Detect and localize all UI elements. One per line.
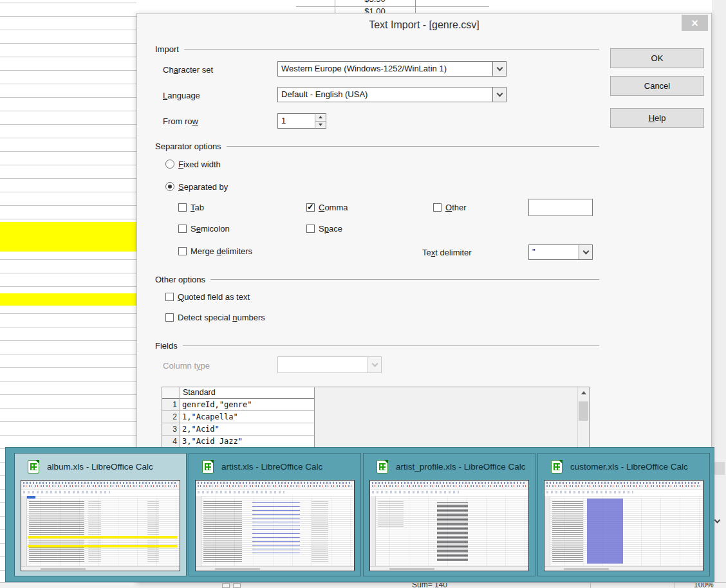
mini-hscrollbar: [370, 566, 528, 571]
status-sum: Sum= 140: [412, 582, 447, 588]
mini-toolbar: [370, 481, 528, 490]
preview-row: 43,"Acid Jazz": [162, 436, 589, 448]
gridline: [0, 259, 136, 260]
status-separator: [590, 583, 591, 588]
detect-special-numbers-checkbox[interactable]: [165, 313, 174, 322]
mini-toolbar: [21, 481, 180, 490]
spin-up-button[interactable]: [315, 114, 326, 122]
character-set-select[interactable]: Western Europe (Windows-1252/WinLatin 1): [277, 61, 507, 77]
taskbar-thumbnail-artist_profile[interactable]: artist_profile.xls - LibreOffice Calc: [363, 453, 535, 576]
gridline: [0, 340, 136, 341]
mini-row-header: [196, 496, 201, 566]
other-label[interactable]: Other: [445, 203, 467, 212]
spin-down-button[interactable]: [315, 122, 326, 129]
chevron-down-icon[interactable]: [714, 517, 721, 524]
taskbar-thumbnail-album[interactable]: album.xls - LibreOffice Calc: [14, 453, 187, 576]
preview-header-row: Standard: [162, 387, 589, 399]
preview-row-text: 1,"Acapella": [180, 411, 315, 423]
help-button[interactable]: Help: [610, 108, 704, 128]
gridline: [0, 57, 136, 57]
mini-row-header: [544, 496, 550, 566]
mini-toolbar: [544, 481, 703, 490]
libreoffice-calc-icon: [377, 460, 388, 473]
language-select[interactable]: Default - English (USA): [277, 87, 507, 102]
group-label-separator: Separator options: [155, 142, 221, 151]
preview-row: 21,"Acapella": [162, 411, 589, 423]
taskbar-thumbnail-customer[interactable]: customer.xls - LibreOffice Calc: [537, 453, 710, 576]
taskbar-thumbnail-artist[interactable]: artist.xls - LibreOffice Calc: [189, 453, 361, 576]
gridline: [0, 124, 136, 125]
detect-special-numbers-label[interactable]: Detect special numbers: [178, 313, 265, 322]
thumbnail-screenshot[interactable]: [544, 480, 703, 571]
mini-formula-bar: [198, 491, 284, 493]
status-widget: [233, 583, 241, 588]
ok-button[interactable]: OK: [610, 48, 704, 68]
gridline: [0, 138, 136, 138]
space-label[interactable]: Space: [319, 224, 342, 234]
group-rule: [184, 49, 599, 50]
text-delimiter-label: Text delimiter: [422, 248, 472, 257]
gridline: [0, 327, 136, 327]
preview-row: 1genreId,"genre": [162, 399, 589, 411]
fixed-width-radio[interactable]: [165, 160, 174, 169]
from-row-label: From row: [163, 116, 198, 126]
mini-hscrollbar: [196, 566, 354, 571]
gridline: [0, 205, 136, 206]
gridline: [0, 421, 136, 422]
semicolon-label[interactable]: Semicolon: [191, 224, 230, 234]
spin-down-icon: [319, 124, 322, 126]
group-fields: Fields: [155, 341, 599, 351]
space-checkbox[interactable]: [306, 225, 315, 233]
scrollbar-thumb[interactable]: [714, 462, 725, 475]
close-icon: ×: [691, 17, 698, 29]
from-row-value: 1: [281, 114, 286, 128]
other-checkbox[interactable]: [433, 203, 442, 212]
thumbnail-screenshot[interactable]: [195, 480, 355, 571]
group-rule: [210, 279, 599, 280]
from-row-input[interactable]: 1: [277, 113, 326, 129]
mini-row-header: [21, 496, 27, 566]
mini-grid: [370, 496, 528, 566]
comma-checkbox[interactable]: [306, 203, 315, 212]
text-delimiter-value: ": [532, 245, 577, 259]
tab-checkbox[interactable]: [178, 203, 187, 212]
dropdown-button[interactable]: [492, 62, 506, 76]
character-set-value: Western Europe (Windows-1252/WinLatin 1): [281, 62, 490, 76]
highlighted-row: [0, 293, 136, 306]
gridline: [0, 313, 136, 314]
semicolon-checkbox[interactable]: [178, 225, 187, 233]
tab-label[interactable]: Tab: [191, 203, 204, 212]
thumbnail-screenshot[interactable]: [369, 480, 529, 571]
mini-row-header: [370, 496, 376, 566]
preview-row: 32,"Acid": [162, 423, 589, 436]
other-separator-input[interactable]: [528, 199, 593, 216]
highlighted-row: [0, 222, 136, 252]
separated-by-radio[interactable]: [165, 182, 174, 191]
thumbnail-screenshot[interactable]: [21, 480, 180, 571]
chevron-down-icon: [582, 248, 589, 255]
mini-formula-bar: [23, 491, 110, 493]
dropdown-button[interactable]: [579, 245, 592, 259]
mini-grid: [196, 496, 354, 566]
fixed-width-label[interactable]: Fixed width: [178, 160, 221, 169]
status-zoom: 100%: [694, 582, 714, 588]
close-button[interactable]: ×: [682, 15, 708, 31]
cancel-button[interactable]: Cancel: [610, 76, 704, 96]
preview-scrollbar-thumb[interactable]: [579, 401, 588, 421]
dialog-title: Text Import - [genre.csv]: [137, 19, 711, 31]
scroll-up-button[interactable]: [578, 387, 589, 398]
gridline: [0, 84, 136, 84]
language-label: Language: [163, 91, 200, 100]
comma-label[interactable]: Comma: [319, 203, 348, 212]
quoted-field-label[interactable]: Quoted field as text: [178, 292, 250, 302]
mini-toolbar: [196, 481, 354, 490]
quoted-field-checkbox[interactable]: [165, 293, 174, 301]
text-delimiter-select[interactable]: ": [528, 244, 593, 260]
dropdown-button[interactable]: [492, 87, 506, 102]
merge-delimiters-label[interactable]: Merge delimiters: [191, 246, 252, 256]
group-label-other-options: Other options: [155, 275, 205, 284]
gridline: [0, 408, 136, 409]
separated-by-label[interactable]: Separated by: [178, 182, 228, 192]
preview-column-header[interactable]: Standard: [180, 387, 315, 399]
merge-delimiters-checkbox[interactable]: [178, 247, 187, 255]
